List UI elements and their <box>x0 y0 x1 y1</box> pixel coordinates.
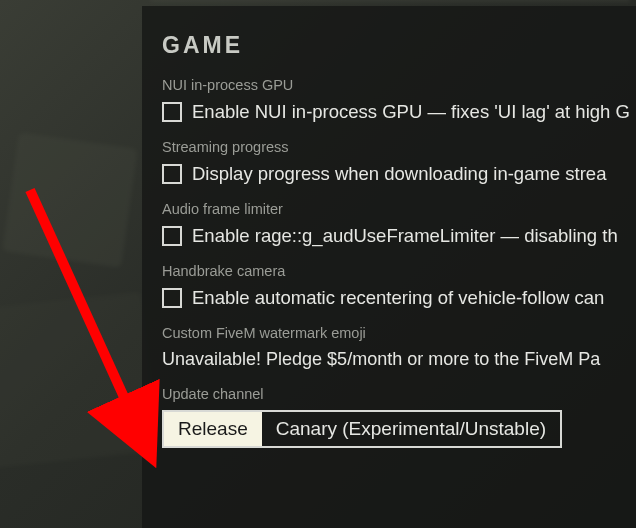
section-title: GAME <box>162 32 636 59</box>
setting-label: Audio frame limiter <box>162 201 636 217</box>
setting-label: Handbrake camera <box>162 263 636 279</box>
setting-audio-frame-limiter: Audio frame limiter Enable rage::g_audUs… <box>162 201 636 247</box>
setting-watermark-emoji: Custom FiveM watermark emoji Unavailable… <box>162 325 636 370</box>
setting-streaming-progress: Streaming progress Display progress when… <box>162 139 636 185</box>
checkbox-streaming-progress[interactable] <box>162 164 182 184</box>
setting-label: Streaming progress <box>162 139 636 155</box>
checkbox-nui-gpu[interactable] <box>162 102 182 122</box>
setting-text: Display progress when downloading in-gam… <box>192 163 606 185</box>
checkbox-handbrake-camera[interactable] <box>162 288 182 308</box>
update-channel-release[interactable]: Release <box>164 412 262 446</box>
setting-text: Enable automatic recentering of vehicle-… <box>192 287 604 309</box>
update-channel-segmented: Release Canary (Experimental/Unstable) <box>162 410 562 448</box>
setting-label: NUI in-process GPU <box>162 77 636 93</box>
settings-panel: GAME NUI in-process GPU Enable NUI in-pr… <box>142 6 636 528</box>
setting-nui-gpu: NUI in-process GPU Enable NUI in-process… <box>162 77 636 123</box>
setting-update-channel: Update channel Release Canary (Experimen… <box>162 386 636 448</box>
checkbox-audio-frame-limiter[interactable] <box>162 226 182 246</box>
update-channel-canary[interactable]: Canary (Experimental/Unstable) <box>262 412 560 446</box>
setting-label: Custom FiveM watermark emoji <box>162 325 636 341</box>
setting-text-unavailable: Unavailable! Pledge $5/month or more to … <box>162 349 600 370</box>
setting-label: Update channel <box>162 386 636 402</box>
setting-text: Enable rage::g_audUseFrameLimiter — disa… <box>192 225 618 247</box>
setting-text: Enable NUI in-process GPU — fixes 'UI la… <box>192 101 630 123</box>
setting-handbrake-camera: Handbrake camera Enable automatic recent… <box>162 263 636 309</box>
